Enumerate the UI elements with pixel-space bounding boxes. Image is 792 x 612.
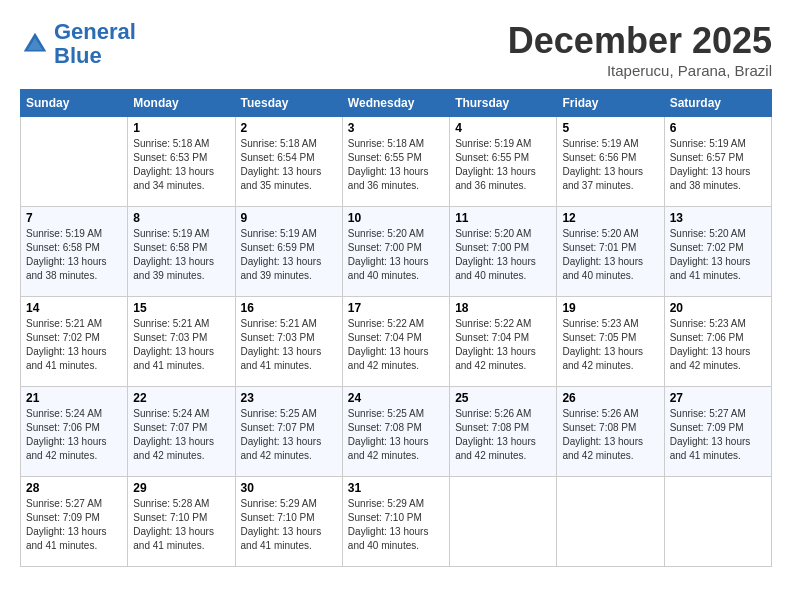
calendar-cell: 30Sunrise: 5:29 AMSunset: 7:10 PMDayligh… bbox=[235, 477, 342, 567]
day-number: 20 bbox=[670, 301, 766, 315]
calendar-cell: 7Sunrise: 5:19 AMSunset: 6:58 PMDaylight… bbox=[21, 207, 128, 297]
calendar-subtitle: Itaperucu, Parana, Brazil bbox=[508, 62, 772, 79]
calendar-week-row: 21Sunrise: 5:24 AMSunset: 7:06 PMDayligh… bbox=[21, 387, 772, 477]
day-info: Sunrise: 5:19 AMSunset: 6:59 PMDaylight:… bbox=[241, 227, 337, 283]
calendar-table: SundayMondayTuesdayWednesdayThursdayFrid… bbox=[20, 89, 772, 567]
calendar-cell: 4Sunrise: 5:19 AMSunset: 6:55 PMDaylight… bbox=[450, 117, 557, 207]
calendar-cell bbox=[450, 477, 557, 567]
calendar-cell: 15Sunrise: 5:21 AMSunset: 7:03 PMDayligh… bbox=[128, 297, 235, 387]
day-info: Sunrise: 5:27 AMSunset: 7:09 PMDaylight:… bbox=[26, 497, 122, 553]
weekday-header: Tuesday bbox=[235, 90, 342, 117]
calendar-cell bbox=[557, 477, 664, 567]
calendar-cell: 21Sunrise: 5:24 AMSunset: 7:06 PMDayligh… bbox=[21, 387, 128, 477]
day-info: Sunrise: 5:25 AMSunset: 7:07 PMDaylight:… bbox=[241, 407, 337, 463]
logo-text: General Blue bbox=[54, 20, 136, 68]
day-number: 12 bbox=[562, 211, 658, 225]
calendar-cell: 12Sunrise: 5:20 AMSunset: 7:01 PMDayligh… bbox=[557, 207, 664, 297]
calendar-cell: 31Sunrise: 5:29 AMSunset: 7:10 PMDayligh… bbox=[342, 477, 449, 567]
day-number: 18 bbox=[455, 301, 551, 315]
calendar-week-row: 1Sunrise: 5:18 AMSunset: 6:53 PMDaylight… bbox=[21, 117, 772, 207]
day-info: Sunrise: 5:20 AMSunset: 7:00 PMDaylight:… bbox=[348, 227, 444, 283]
day-info: Sunrise: 5:24 AMSunset: 7:07 PMDaylight:… bbox=[133, 407, 229, 463]
weekday-header: Saturday bbox=[664, 90, 771, 117]
calendar-cell: 19Sunrise: 5:23 AMSunset: 7:05 PMDayligh… bbox=[557, 297, 664, 387]
calendar-cell: 3Sunrise: 5:18 AMSunset: 6:55 PMDaylight… bbox=[342, 117, 449, 207]
calendar-cell: 10Sunrise: 5:20 AMSunset: 7:00 PMDayligh… bbox=[342, 207, 449, 297]
day-info: Sunrise: 5:21 AMSunset: 7:03 PMDaylight:… bbox=[133, 317, 229, 373]
day-info: Sunrise: 5:26 AMSunset: 7:08 PMDaylight:… bbox=[562, 407, 658, 463]
day-info: Sunrise: 5:29 AMSunset: 7:10 PMDaylight:… bbox=[348, 497, 444, 553]
day-info: Sunrise: 5:23 AMSunset: 7:06 PMDaylight:… bbox=[670, 317, 766, 373]
calendar-cell: 27Sunrise: 5:27 AMSunset: 7:09 PMDayligh… bbox=[664, 387, 771, 477]
day-info: Sunrise: 5:22 AMSunset: 7:04 PMDaylight:… bbox=[348, 317, 444, 373]
day-info: Sunrise: 5:26 AMSunset: 7:08 PMDaylight:… bbox=[455, 407, 551, 463]
day-number: 21 bbox=[26, 391, 122, 405]
day-info: Sunrise: 5:18 AMSunset: 6:55 PMDaylight:… bbox=[348, 137, 444, 193]
day-info: Sunrise: 5:29 AMSunset: 7:10 PMDaylight:… bbox=[241, 497, 337, 553]
day-number: 19 bbox=[562, 301, 658, 315]
weekday-header-row: SundayMondayTuesdayWednesdayThursdayFrid… bbox=[21, 90, 772, 117]
day-info: Sunrise: 5:20 AMSunset: 7:02 PMDaylight:… bbox=[670, 227, 766, 283]
weekday-header: Monday bbox=[128, 90, 235, 117]
day-info: Sunrise: 5:20 AMSunset: 7:01 PMDaylight:… bbox=[562, 227, 658, 283]
calendar-week-row: 7Sunrise: 5:19 AMSunset: 6:58 PMDaylight… bbox=[21, 207, 772, 297]
day-number: 7 bbox=[26, 211, 122, 225]
calendar-cell: 14Sunrise: 5:21 AMSunset: 7:02 PMDayligh… bbox=[21, 297, 128, 387]
day-info: Sunrise: 5:21 AMSunset: 7:03 PMDaylight:… bbox=[241, 317, 337, 373]
day-number: 30 bbox=[241, 481, 337, 495]
calendar-cell: 5Sunrise: 5:19 AMSunset: 6:56 PMDaylight… bbox=[557, 117, 664, 207]
day-number: 15 bbox=[133, 301, 229, 315]
day-number: 31 bbox=[348, 481, 444, 495]
calendar-cell: 8Sunrise: 5:19 AMSunset: 6:58 PMDaylight… bbox=[128, 207, 235, 297]
day-number: 6 bbox=[670, 121, 766, 135]
calendar-title: December 2025 bbox=[508, 20, 772, 62]
day-info: Sunrise: 5:23 AMSunset: 7:05 PMDaylight:… bbox=[562, 317, 658, 373]
day-info: Sunrise: 5:24 AMSunset: 7:06 PMDaylight:… bbox=[26, 407, 122, 463]
day-number: 1 bbox=[133, 121, 229, 135]
day-number: 13 bbox=[670, 211, 766, 225]
calendar-cell: 29Sunrise: 5:28 AMSunset: 7:10 PMDayligh… bbox=[128, 477, 235, 567]
weekday-header: Thursday bbox=[450, 90, 557, 117]
day-number: 23 bbox=[241, 391, 337, 405]
day-info: Sunrise: 5:25 AMSunset: 7:08 PMDaylight:… bbox=[348, 407, 444, 463]
calendar-cell: 24Sunrise: 5:25 AMSunset: 7:08 PMDayligh… bbox=[342, 387, 449, 477]
day-number: 27 bbox=[670, 391, 766, 405]
calendar-cell: 16Sunrise: 5:21 AMSunset: 7:03 PMDayligh… bbox=[235, 297, 342, 387]
weekday-header: Wednesday bbox=[342, 90, 449, 117]
calendar-cell: 11Sunrise: 5:20 AMSunset: 7:00 PMDayligh… bbox=[450, 207, 557, 297]
calendar-cell: 26Sunrise: 5:26 AMSunset: 7:08 PMDayligh… bbox=[557, 387, 664, 477]
day-number: 16 bbox=[241, 301, 337, 315]
calendar-cell bbox=[21, 117, 128, 207]
day-number: 3 bbox=[348, 121, 444, 135]
logo: General Blue bbox=[20, 20, 136, 68]
day-info: Sunrise: 5:19 AMSunset: 6:55 PMDaylight:… bbox=[455, 137, 551, 193]
day-number: 29 bbox=[133, 481, 229, 495]
day-number: 11 bbox=[455, 211, 551, 225]
title-area: December 2025 Itaperucu, Parana, Brazil bbox=[508, 20, 772, 79]
logo-icon bbox=[20, 29, 50, 59]
calendar-cell: 25Sunrise: 5:26 AMSunset: 7:08 PMDayligh… bbox=[450, 387, 557, 477]
day-number: 2 bbox=[241, 121, 337, 135]
calendar-cell: 1Sunrise: 5:18 AMSunset: 6:53 PMDaylight… bbox=[128, 117, 235, 207]
page-header: General Blue December 2025 Itaperucu, Pa… bbox=[20, 20, 772, 79]
day-number: 5 bbox=[562, 121, 658, 135]
calendar-cell: 17Sunrise: 5:22 AMSunset: 7:04 PMDayligh… bbox=[342, 297, 449, 387]
calendar-cell: 28Sunrise: 5:27 AMSunset: 7:09 PMDayligh… bbox=[21, 477, 128, 567]
day-number: 4 bbox=[455, 121, 551, 135]
day-number: 28 bbox=[26, 481, 122, 495]
day-number: 9 bbox=[241, 211, 337, 225]
day-number: 25 bbox=[455, 391, 551, 405]
day-info: Sunrise: 5:19 AMSunset: 6:56 PMDaylight:… bbox=[562, 137, 658, 193]
day-info: Sunrise: 5:19 AMSunset: 6:57 PMDaylight:… bbox=[670, 137, 766, 193]
day-info: Sunrise: 5:20 AMSunset: 7:00 PMDaylight:… bbox=[455, 227, 551, 283]
calendar-cell: 22Sunrise: 5:24 AMSunset: 7:07 PMDayligh… bbox=[128, 387, 235, 477]
day-number: 26 bbox=[562, 391, 658, 405]
calendar-cell: 2Sunrise: 5:18 AMSunset: 6:54 PMDaylight… bbox=[235, 117, 342, 207]
calendar-cell bbox=[664, 477, 771, 567]
day-number: 14 bbox=[26, 301, 122, 315]
day-number: 8 bbox=[133, 211, 229, 225]
calendar-cell: 9Sunrise: 5:19 AMSunset: 6:59 PMDaylight… bbox=[235, 207, 342, 297]
day-number: 10 bbox=[348, 211, 444, 225]
day-number: 24 bbox=[348, 391, 444, 405]
calendar-week-row: 28Sunrise: 5:27 AMSunset: 7:09 PMDayligh… bbox=[21, 477, 772, 567]
